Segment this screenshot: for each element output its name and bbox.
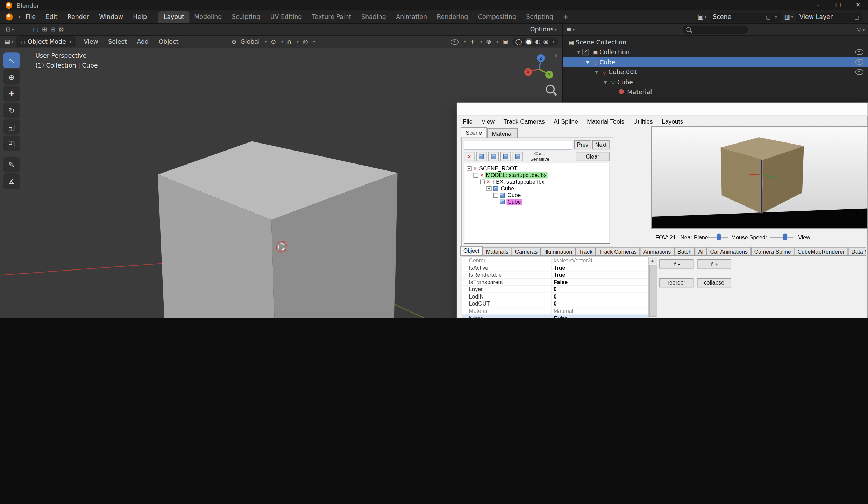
menu-view[interactable]: View [79,38,103,46]
menu-window[interactable]: Window [94,13,128,21]
menu-object[interactable]: Object [154,38,183,46]
ks-menu-layouts[interactable]: Layouts [657,118,687,125]
tab-track-cameras[interactable]: Track Cameras [596,247,640,255]
outliner-row-scene-collection[interactable]: ▦ Scene Collection [563,37,868,47]
zoom-button[interactable] [546,85,555,93]
tree-collapse-icon[interactable]: − [493,192,498,197]
menu-edit[interactable]: Edit [41,13,62,21]
close-button[interactable]: × [848,0,868,10]
editor-type-icon[interactable]: ≡▾ [566,26,575,33]
maximize-button[interactable]: ▢ [828,0,848,10]
case-sensitive-label[interactable]: Case Sensitive [527,151,553,162]
select-mode-set-icon[interactable]: ▢ [33,26,38,33]
clear-button[interactable]: Clear [576,152,610,161]
navigation-gizmo[interactable]: Z Y X [521,50,557,86]
property-grid-scrollbar[interactable]: ▲ ▼ [648,257,657,318]
orientation-label[interactable]: Global [240,38,260,46]
mouse-speed-slider[interactable] [770,234,793,241]
filter-textures-toggle[interactable] [513,152,523,161]
view-layer-browse-icon[interactable]: ▥▾ [784,13,793,21]
scene-browse-icon[interactable]: ▣▾ [698,13,707,21]
eye-icon[interactable] [855,69,864,75]
workspace-tab-shading[interactable]: Shading [356,11,391,23]
measure-tool[interactable]: ∡ [3,173,20,189]
shading-material-icon[interactable]: ◐ [535,38,540,46]
filter-materials-toggle[interactable] [500,152,511,161]
menu-file[interactable]: File [21,13,41,21]
menu-select[interactable]: Select [103,38,132,46]
menu-add[interactable]: Add [132,38,154,46]
global-orientation-icon[interactable]: ⊕ [232,38,237,46]
filter-icon[interactable]: ▽▾ [857,26,865,33]
transform-tool[interactable]: ◰ [3,136,20,151]
magnet-icon[interactable]: ∩ [287,38,292,46]
outliner-search[interactable] [683,26,748,34]
collapse-button[interactable]: collapse [697,278,731,287]
menu-render[interactable]: Render [62,13,94,21]
shading-solid-icon[interactable]: ● [525,38,533,46]
kseditor-window[interactable]: File View Track Cameras AI Spline Materi… [457,103,868,318]
scale-tool[interactable]: ◱ [3,119,20,134]
workspace-tab-modeling[interactable]: Modeling [189,11,227,23]
tree-collapse-icon[interactable]: − [486,186,491,191]
workspace-tab-compositing[interactable]: Compositing [473,11,521,23]
filter-meshes-toggle[interactable] [476,152,486,161]
shading-dropdown-icon[interactable]: ▾ [553,39,555,44]
ks-menu-track-cameras[interactable]: Track Cameras [499,118,549,125]
eye-icon[interactable] [855,59,864,65]
shading-wireframe-icon[interactable]: ◯ [515,38,522,46]
pivot-icon[interactable]: ⊙ [271,38,276,46]
annotate-tool[interactable]: ✎ [3,157,20,172]
tree-row-model[interactable]: − × MODEL: startupcube.fbx [464,172,610,178]
collection-checkbox[interactable]: ✓ [582,49,589,55]
workspace-tab-sculpting[interactable]: Sculpting [227,11,265,23]
disclosure-icon[interactable]: ▼ [575,50,583,55]
outliner-row-collection[interactable]: ▼ ✓ ▣ Collection [563,47,868,57]
select-mode-extend-icon[interactable]: ⊞ [42,26,47,33]
tab-car-animations[interactable]: Car Animations [707,247,751,255]
filter-nodes-toggle[interactable]: × [464,152,474,161]
scene-tree[interactable]: − × SCENE_ROOT − × MODEL: startupcube.fb… [464,163,610,244]
tab-illumination[interactable]: Illumination [541,247,576,255]
add-workspace-button[interactable]: + [558,11,573,23]
workspace-tab-animation[interactable]: Animation [391,11,432,23]
cursor-tool[interactable]: ⊕ [3,69,20,85]
y-plus-button[interactable]: Y + [697,259,731,269]
tree-collapse-icon[interactable]: − [473,173,478,177]
select-box-tool[interactable]: ↖ [3,52,20,68]
kseditor-titlebar[interactable] [457,103,867,115]
select-mode-subtract-icon[interactable]: ⊟ [50,26,56,33]
menu-help[interactable]: Help [128,13,152,21]
eye-icon[interactable] [855,49,864,55]
disclosure-icon[interactable]: ▼ [602,79,609,84]
view-layer-field[interactable]: View Layer ▢ [796,13,862,21]
tree-row-fbx[interactable]: − × FBX: startupcube.fbx [464,178,610,185]
workspace-tab-scripting[interactable]: Scripting [521,11,558,23]
tree-row-cube-1[interactable]: − Cube [464,185,610,192]
tree-search-box[interactable] [464,141,572,150]
overlays-icon[interactable]: ⊚ [486,38,491,46]
tree-row-cube-3[interactable]: Cube [464,198,610,205]
ks-menu-view[interactable]: View [477,118,499,125]
ks-menu-material-tools[interactable]: Material Tools [583,118,629,125]
reorder-button[interactable]: reorder [659,278,693,287]
property-grid[interactable]: CenterksNet.kVector3f IsActiveTrue IsRen… [462,257,648,318]
new-scene-icon[interactable]: ▢ [766,14,770,20]
outliner-row-cube-mesh[interactable]: ▼ ▽ Cube [563,77,868,87]
new-view-layer-icon[interactable]: ▢ [854,14,859,20]
move-tool[interactable]: ✚ [3,86,20,101]
scroll-up-icon[interactable]: ▲ [649,257,656,264]
tab-data-scripts[interactable]: Data Scripts [848,247,867,255]
object-visibility-icon[interactable] [450,39,459,45]
tree-collapse-icon[interactable]: − [467,166,471,171]
mode-dropdown[interactable]: ▢ Object Mode ▾ [17,36,76,47]
gizmos-icon[interactable]: + [470,38,475,46]
tab-camera-spline[interactable]: Camera Spline [751,247,794,255]
workspace-tab-rendering[interactable]: Rendering [432,11,473,23]
outliner-row-cube-001[interactable]: ▼ ▽ Cube.001 [563,67,868,77]
select-mode-invert-icon[interactable]: ⊠ [59,26,64,33]
scene-name-field[interactable]: Scene ▢ × [710,13,782,21]
tab-track[interactable]: Track [576,247,596,255]
tab-materials[interactable]: Materials [483,247,512,255]
outliner-row-material[interactable]: Material [563,87,868,97]
